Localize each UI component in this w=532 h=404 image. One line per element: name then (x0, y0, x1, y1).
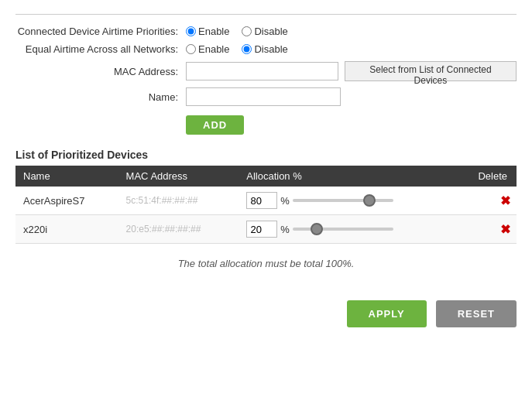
allocation-note: The total allocation must be total 100%. (15, 258, 517, 269)
prioritized-devices-section: List of Prioritized Devices Name MAC Add… (15, 149, 517, 269)
airtime-enable-text: Enable (198, 26, 229, 37)
mac-address-input[interactable] (186, 62, 338, 80)
delete-td-1: ✖ (455, 215, 517, 244)
bottom-buttons: APPLY RESET (15, 300, 517, 335)
pct-label-1: % (280, 224, 290, 235)
airtime-priorities-label: Connected Device Airtime Priorities: (15, 26, 186, 37)
table-header-row: Name MAC Address Allocation % Delete (15, 166, 517, 187)
device-name-1: x220i (15, 215, 118, 244)
equal-disable-radio[interactable] (242, 44, 252, 54)
apply-button[interactable]: APPLY (347, 300, 427, 327)
device-mac-0: 5c:51:4f:##:##:## (118, 187, 239, 215)
table-row: AcerAspireS7 5c:51:4f:##:##:## % ✖ (15, 187, 517, 215)
list-title: List of Prioritized Devices (15, 149, 517, 161)
mac-address-label: MAC Address: (15, 66, 186, 77)
add-button[interactable]: ADD (186, 115, 244, 135)
allocation-slider-1[interactable] (293, 228, 393, 231)
equal-enable-text: Enable (198, 43, 229, 55)
select-devices-button[interactable]: Select from List of Connected Devices (345, 61, 517, 81)
equal-disable-label[interactable]: Disable (242, 43, 287, 55)
equal-enable-label[interactable]: Enable (186, 43, 229, 55)
pct-label-0: % (280, 195, 290, 207)
airtime-disable-radio[interactable] (242, 26, 252, 36)
device-mac-1: 20:e5:##:##:##:## (118, 215, 239, 244)
th-name: Name (15, 166, 118, 187)
name-label: Name: (15, 91, 186, 103)
delete-td-0: ✖ (455, 187, 517, 215)
prioritized-devices-table: Name MAC Address Allocation % Delete Ace… (15, 166, 517, 244)
device-allocation-1: % (239, 215, 455, 244)
reset-button[interactable]: RESET (436, 300, 517, 327)
airtime-priorities-radio-group: Enable Disable (186, 26, 288, 37)
airtime-disable-text: Disable (254, 26, 287, 37)
equal-disable-text: Disable (254, 43, 287, 55)
equal-airtime-label: Equal Airtime Across all Networks: (15, 43, 186, 55)
equal-enable-radio[interactable] (186, 44, 196, 54)
allocation-input-1[interactable] (246, 221, 277, 238)
airtime-enable-label[interactable]: Enable (186, 26, 229, 37)
mac-address-row: Select from List of Connected Devices (186, 61, 517, 81)
name-input[interactable] (186, 87, 341, 106)
device-name-0: AcerAspireS7 (15, 187, 118, 215)
th-delete: Delete (455, 166, 517, 187)
airtime-enable-radio[interactable] (186, 26, 196, 36)
table-row: x220i 20:e5:##:##:##:## % ✖ (15, 215, 517, 244)
th-mac-address: MAC Address (118, 166, 239, 187)
delete-button-1[interactable]: ✖ (500, 222, 510, 237)
allocation-input-0[interactable] (246, 192, 277, 209)
device-allocation-0: % (239, 187, 455, 215)
allocation-slider-0[interactable] (293, 199, 393, 202)
airtime-disable-label[interactable]: Disable (242, 26, 287, 37)
th-allocation: Allocation % (239, 166, 455, 187)
equal-airtime-radio-group: Enable Disable (186, 43, 288, 55)
delete-button-0[interactable]: ✖ (500, 193, 510, 208)
